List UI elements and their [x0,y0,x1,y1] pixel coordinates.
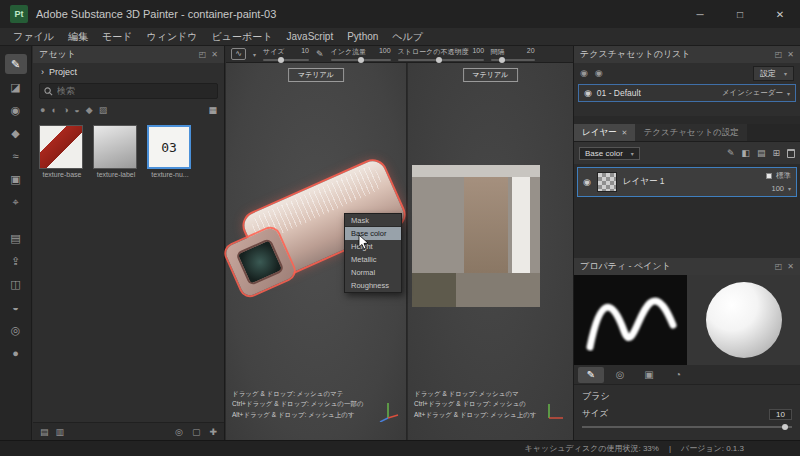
filter-textures-icon[interactable]: ▨ [99,105,108,115]
filter-smart-masks-icon[interactable]: ◒ [74,105,79,115]
menu-edit[interactable]: 編集 [61,30,95,44]
material-picker-tool-button[interactable]: ⌖ [5,192,27,212]
asset-thumb-texture-number[interactable]: 03 texture-nu... [147,125,195,178]
menu-file[interactable]: ファイル [6,30,61,44]
projection-tool-button[interactable]: ◉ [5,100,27,120]
texture-set-settings-dropdown[interactable]: 設定 ▾ [753,66,794,81]
context-menu-item-roughness[interactable]: Roughness [345,279,401,292]
asset-thumb-texture-label[interactable]: texture-label [93,125,141,178]
texture-set-row-default[interactable]: ◉ 01 - Default メインシェーダー ▾ [578,84,796,102]
stroke-opacity-control[interactable]: ストロークの不透明度100 [398,47,484,61]
add-smart-material-icon[interactable]: ▤ [757,148,766,158]
material-dropdown-3d[interactable]: マテリアル [288,68,344,82]
menu-help[interactable]: ヘルプ [385,30,430,44]
close-icon[interactable]: ✕ [787,262,794,271]
channel-select-dropdown[interactable]: Base color ▾ [579,147,640,160]
minimize-button[interactable]: ─ [680,0,720,28]
eye-icon[interactable]: ◉ [584,88,592,98]
flow-slider[interactable] [331,59,391,61]
clone-tool-button[interactable]: ▣ [5,169,27,189]
tab-brush[interactable]: ✎ [578,367,604,383]
display-settings-button[interactable]: ◫ [5,274,27,294]
target-icon[interactable]: ◎ [175,427,183,437]
brush-size-slider[interactable] [582,426,792,428]
layer-thumbnail[interactable] [597,172,617,192]
close-icon[interactable]: ✕ [211,50,218,59]
menu-window[interactable]: ウィンドウ [139,30,204,44]
add-paint-layer-icon[interactable]: ✎ [727,148,735,158]
uv-texture-preview[interactable] [412,165,540,307]
brush-size-control[interactable]: サイズ10 [263,47,309,61]
camera-settings-button[interactable]: ◎ [5,320,27,340]
layer-row-1[interactable]: ◉ レイヤー 1 標準 100▾ [577,167,797,197]
frame-icon[interactable]: ▢ [192,427,201,437]
settings-button[interactable]: ● [5,343,27,363]
size-slider[interactable] [263,59,309,61]
spacing-slider[interactable] [491,59,535,61]
dock-icon[interactable]: ◰ [775,50,783,59]
close-icon[interactable]: ✕ [787,50,794,59]
add-fill-layer-icon[interactable]: ◧ [741,148,750,158]
brush-size-slider-handle[interactable] [782,424,788,430]
filter-smart-materials-icon[interactable]: ◑ [63,105,68,115]
search-input[interactable] [57,86,213,96]
eraser-tool-button[interactable]: ◪ [5,77,27,97]
list-view-icon[interactable]: ▤ [40,427,49,437]
chevron-down-icon[interactable]: ▾ [253,51,256,58]
menu-javascript[interactable]: JavaScript [280,31,341,42]
detail-view-icon[interactable]: ▥ [56,427,65,437]
context-menu-item-metallic[interactable]: Metallic [345,253,401,266]
grid-view-icon[interactable]: ▦ [208,105,217,115]
tab-stencil[interactable]: ▣ [636,367,662,383]
export-button[interactable]: ⇪ [5,251,27,271]
tab-layers[interactable]: レイヤー ✕ [574,124,635,141]
spacing-control[interactable]: 間隔20 [491,47,535,61]
asset-search-box[interactable] [39,83,218,99]
tab-texture-set-settings[interactable]: テクスチャセットの設定 [635,124,746,141]
main-shader-link[interactable]: メインシェーダー ▾ [722,88,790,98]
viewport-2d[interactable]: マテリアル ドラッグ & ドロップ: メッシュのマ Ctrl+ドラッグ & ドロ… [408,63,573,440]
dock-icon[interactable]: ◰ [199,50,207,59]
stroke-opacity-slider[interactable] [398,59,484,61]
layer-name[interactable]: レイヤー 1 [623,176,665,188]
material-sphere-preview [687,275,800,365]
tab-particles[interactable]: ◔ [665,367,691,383]
flow-control[interactable]: インク流量100 [331,47,391,61]
blend-color-swatch [766,173,772,179]
smudge-tool-button[interactable]: ≈ [5,146,27,166]
delete-layer-icon[interactable] [787,149,795,158]
close-button[interactable]: ✕ [760,0,800,28]
layer-visibility-icon[interactable]: ◉ [583,177,591,187]
asset-thumb-texture-base[interactable]: texture-base [39,125,87,178]
filter-filters-icon[interactable]: ◆ [86,105,93,115]
geometry-mask-button[interactable]: ▤ [5,228,27,248]
eye-icon[interactable]: ◉ [580,68,588,78]
blend-mode[interactable]: 標準 [776,171,791,181]
menu-python[interactable]: Python [340,31,385,42]
context-menu-item-mask[interactable]: Mask [345,214,401,227]
filter-materials-icon[interactable]: ◐ [51,105,56,115]
material-dropdown-2d[interactable]: マテリアル [463,68,519,82]
pen-pressure-icon[interactable]: ✎ [316,49,324,59]
context-menu-item-height[interactable]: Height [345,240,401,253]
tab-material[interactable]: ◎ [607,367,633,383]
eye-icon[interactable]: ◉ [595,68,603,78]
stroke-opacity-label: ストロークの不透明度 [398,47,469,57]
context-menu-item-normal[interactable]: Normal [345,266,401,279]
project-tree-item[interactable]: › Project [33,63,224,81]
polygon-fill-tool-button[interactable]: ◆ [5,123,27,143]
add-icon[interactable]: ✚ [209,427,217,437]
filter-all-icon[interactable]: ● [40,105,45,115]
menu-viewport[interactable]: ビューポート [205,30,280,44]
paint-tool-button[interactable]: ✎ [5,54,27,74]
close-icon[interactable]: ✕ [622,129,628,137]
shader-settings-button[interactable]: ◒ [5,297,27,317]
add-folder-icon[interactable]: ⊞ [772,148,780,158]
maximize-button[interactable]: □ [720,0,760,28]
dock-icon[interactable]: ◰ [775,262,783,271]
brush-stamp-icon[interactable]: ∿ [231,48,246,60]
menu-mode[interactable]: モード [95,30,139,44]
layer-opacity[interactable]: 100 [771,184,784,193]
context-menu-item-base-color[interactable]: Base color [345,227,401,240]
brush-size-value[interactable]: 10 [769,409,792,420]
